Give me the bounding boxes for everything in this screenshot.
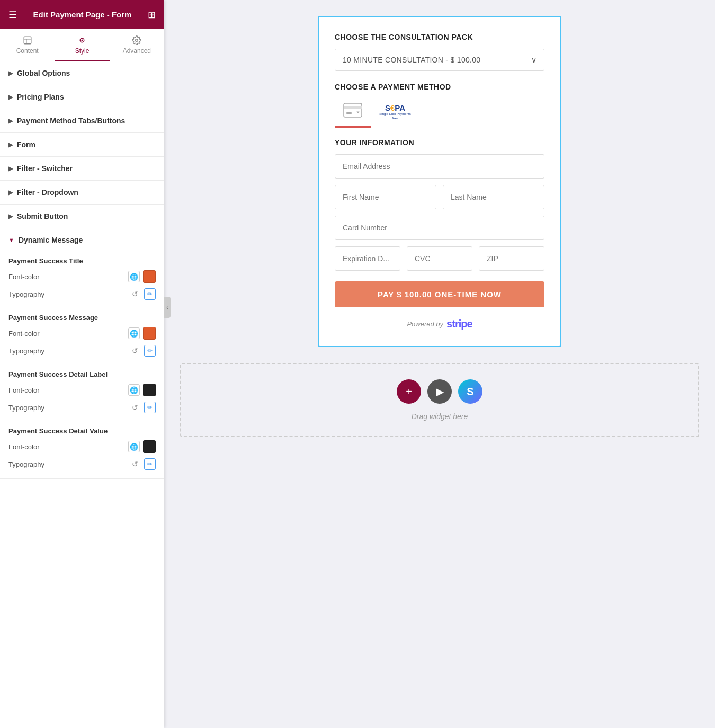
section-submit-button-label: Submit Button (17, 212, 68, 220)
tab-style[interactable]: Style (55, 29, 109, 61)
cvc-field[interactable] (407, 246, 472, 271)
main-content: CHOOSE THE CONSULTATION PACK 10 MINUTE C… (164, 0, 715, 728)
add-widget-button[interactable]: + (397, 379, 421, 404)
typography-row-1: Typography ↺ ✏ (8, 288, 156, 300)
edit-btn-2[interactable]: ✏ (144, 345, 156, 357)
card-details-row (335, 246, 544, 271)
reset-btn-3[interactable]: ↺ (129, 402, 141, 413)
typography-label-4: Typography (8, 460, 44, 468)
drop-zone: + ▶ S Drag widget here (180, 363, 699, 437)
section-global-options: ▶ Global Options (0, 61, 164, 85)
typography-label-2: Typography (8, 347, 44, 355)
section-dynamic-message-header[interactable]: ▼ Dynamic Message (0, 228, 164, 252)
typography-controls-4: ↺ ✏ (129, 458, 156, 470)
section-payment-method-tabs-header[interactable]: ▶ Payment Method Tabs/Buttons (0, 109, 164, 132)
sidebar-tabs: Content Style Advanced (0, 29, 164, 61)
video-icon: ▶ (436, 385, 444, 398)
last-name-field[interactable] (443, 185, 544, 209)
email-field[interactable] (335, 154, 544, 179)
color-swatch-2[interactable] (143, 327, 156, 340)
video-widget-button[interactable]: ▶ (427, 379, 452, 404)
font-color-label-1: Font-color (8, 273, 40, 281)
section-submit-button-header[interactable]: ▶ Submit Button (0, 205, 164, 228)
payment-tab-card[interactable] (335, 99, 371, 128)
tab-content-label: Content (16, 47, 39, 55)
svg-point-5 (136, 39, 138, 42)
typography-controls-1: ↺ ✏ (129, 288, 156, 300)
payment-success-title-label: Payment Success Title (8, 257, 156, 265)
reset-btn-1[interactable]: ↺ (129, 288, 141, 300)
section-filter-switcher-header[interactable]: ▶ Filter - Switcher (0, 157, 164, 180)
setting-payment-success-detail-label: Payment Success Detail Label Font-color … (0, 365, 164, 422)
section-payment-method-tabs: ▶ Payment Method Tabs/Buttons (0, 109, 164, 133)
font-color-label-2: Font-color (8, 330, 40, 338)
sidebar-header: ☰ Edit Payment Page - Form ⊞ (0, 0, 164, 29)
section-submit-button: ▶ Submit Button (0, 205, 164, 228)
name-row (335, 185, 544, 209)
first-name-field[interactable] (335, 185, 436, 209)
payment-success-detail-value-label: Payment Success Detail Value (8, 427, 156, 435)
svg-rect-7 (344, 106, 362, 109)
powered-by-label: Powered by (407, 320, 443, 328)
section-dynamic-message-label: Dynamic Message (19, 236, 83, 244)
typography-label-1: Typography (8, 290, 44, 298)
setting-payment-success-message: Payment Success Message Font-color 🌐 Typ… (0, 308, 164, 365)
setting-payment-success-detail-value: Payment Success Detail Value Font-color … (0, 422, 164, 478)
font-color-row-3: Font-color 🌐 (8, 384, 156, 396)
hamburger-icon[interactable]: ☰ (8, 9, 17, 21)
font-color-label-4: Font-color (8, 443, 40, 451)
card-icon (343, 103, 362, 121)
consultation-dropdown[interactable]: 10 MINUTE CONSULTATION - $ 100.00 ∨ (335, 49, 544, 71)
consultation-value: 10 MINUTE CONSULTATION - $ 100.00 (343, 56, 480, 64)
font-color-controls-4: 🌐 (128, 440, 156, 453)
payment-tab-sepa[interactable]: S € PA Single Euro Payments Area (371, 99, 419, 128)
reset-btn-2[interactable]: ↺ (129, 345, 141, 357)
svg-point-4 (82, 40, 83, 41)
section-form-header[interactable]: ▶ Form (0, 133, 164, 156)
edit-btn-3[interactable]: ✏ (144, 402, 156, 413)
expiry-field[interactable] (335, 246, 400, 271)
section-global-options-header[interactable]: ▶ Global Options (0, 61, 164, 85)
your-information-title: YOUR INFORMATION (335, 138, 544, 147)
reset-btn-4[interactable]: ↺ (129, 458, 141, 470)
zip-field[interactable] (479, 246, 544, 271)
tab-content[interactable]: Content (0, 29, 55, 61)
section-pricing-plans: ▶ Pricing Plans (0, 85, 164, 109)
shape-icon: S (467, 386, 473, 398)
edit-btn-1[interactable]: ✏ (144, 288, 156, 300)
grid-icon[interactable]: ⊞ (148, 9, 156, 21)
color-swatch-4[interactable] (143, 440, 156, 453)
payment-method-title: CHOOSE A PAYMENT METHOD (335, 83, 544, 91)
arrow-icon-pmt: ▶ (8, 118, 13, 125)
powered-by-stripe: Powered by stripe (335, 318, 544, 330)
font-color-controls-3: 🌐 (128, 384, 156, 396)
globe-icon-3[interactable]: 🌐 (128, 384, 140, 396)
section-dynamic-message: ▼ Dynamic Message Payment Success Title … (0, 228, 164, 479)
setting-payment-success-title: Payment Success Title Font-color 🌐 Typog… (0, 252, 164, 308)
arrow-icon-pricing: ▶ (8, 94, 13, 101)
tab-advanced[interactable]: Advanced (110, 29, 164, 61)
section-payment-method-tabs-label: Payment Method Tabs/Buttons (17, 117, 125, 125)
tab-advanced-label: Advanced (123, 47, 151, 55)
typography-label-3: Typography (8, 404, 44, 412)
globe-icon-4[interactable]: 🌐 (128, 441, 140, 452)
globe-icon-2[interactable]: 🌐 (128, 327, 140, 339)
typography-controls-3: ↺ ✏ (129, 402, 156, 413)
shape-widget-button[interactable]: S (458, 379, 482, 404)
sidebar: ☰ Edit Payment Page - Form ⊞ Content Sty… (0, 0, 164, 728)
arrow-icon-form: ▶ (8, 141, 13, 148)
font-color-controls-2: 🌐 (128, 327, 156, 340)
section-filter-dropdown-header[interactable]: ▶ Filter - Dropdown (0, 181, 164, 204)
section-filter-switcher: ▶ Filter - Switcher (0, 157, 164, 181)
globe-icon-1[interactable]: 🌐 (128, 271, 140, 282)
payment-method-tabs: S € PA Single Euro Payments Area (335, 99, 544, 128)
edit-btn-4[interactable]: ✏ (144, 458, 156, 470)
color-swatch-3[interactable] (143, 384, 156, 396)
section-filter-switcher-label: Filter - Switcher (17, 164, 73, 173)
color-swatch-1[interactable] (143, 270, 156, 283)
font-color-row-4: Font-color 🌐 (8, 440, 156, 453)
section-pricing-plans-header[interactable]: ▶ Pricing Plans (0, 85, 164, 109)
font-color-label-3: Font-color (8, 386, 40, 394)
submit-button[interactable]: PAY $ 100.00 ONE-TIME NOW (335, 281, 544, 307)
card-number-field[interactable] (335, 216, 544, 240)
